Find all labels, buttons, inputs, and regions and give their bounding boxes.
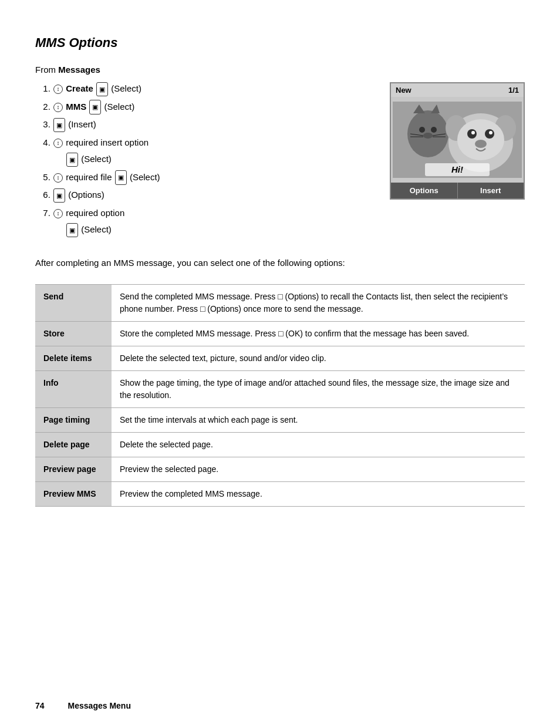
page-number: 74	[35, 701, 45, 710]
screen-options-btn: Options	[391, 183, 458, 198]
step-4-sub: ▣ (Select)	[66, 151, 372, 168]
table-cell-label: Store	[35, 321, 112, 346]
table-cell-desc: Show the page timing, the type of image …	[112, 370, 525, 407]
from-bold: Messages	[58, 65, 100, 75]
description-para: After completing an MMS message, you can…	[35, 256, 525, 270]
content-area: From Messages ↕ Create ▣ (Select) ↕ MMS …	[35, 65, 525, 240]
table-cell-label: Preview MMS	[35, 481, 112, 506]
nav-icon-1: ↕	[53, 85, 63, 94]
footer-section-label: Messages Menu	[68, 701, 131, 710]
table-cell-desc: Preview the completed MMS message.	[112, 481, 525, 506]
svg-point-17	[471, 131, 475, 134]
table-cell-desc: Send the completed MMS message. Press □ …	[112, 284, 525, 321]
step-5: ↕ required file ▣ (Select)	[53, 169, 372, 186]
screen-top-right: 1/1	[508, 86, 519, 95]
page-title: MMS Options	[35, 35, 525, 50]
svg-text:Hi!: Hi!	[451, 164, 463, 174]
table-row: Delete pageDelete the selected page.	[35, 432, 525, 457]
table-cell-desc: Set the time intervals at which each pag…	[112, 407, 525, 432]
select-btn-1: ▣	[96, 82, 108, 97]
svg-point-6	[423, 133, 433, 139]
table-cell-desc: Store the completed MMS message. Press □…	[112, 321, 525, 346]
table-row: Delete itemsDelete the selected text, pi…	[35, 346, 525, 370]
table-cell-label: Preview page	[35, 457, 112, 481]
screen-bottom-bar: Options Insert	[391, 183, 524, 198]
nav-icon-5: ↕	[53, 173, 63, 183]
step-1: ↕ Create ▣ (Select)	[53, 80, 372, 97]
table-row: StoreStore the completed MMS message. Pr…	[35, 321, 525, 346]
step-7: ↕ required option ▣ (Select)	[53, 205, 372, 238]
table-row: InfoShow the page timing, the type of im…	[35, 370, 525, 407]
table-cell-label: Page timing	[35, 407, 112, 432]
step-2-mms: MMS	[66, 102, 86, 112]
screen-insert-btn: Insert	[458, 183, 524, 198]
select-btn-2: ▣	[89, 100, 101, 114]
select-btn-4: ▣	[66, 153, 78, 167]
step-6: ▣ (Options)	[53, 187, 372, 204]
screen-top-left: New	[396, 86, 411, 95]
phone-screen: New 1/1	[390, 82, 525, 200]
instructions: From Messages ↕ Create ▣ (Select) ↕ MMS …	[35, 65, 372, 240]
options-btn: ▣	[53, 188, 65, 203]
table-row: Preview pagePreview the selected page.	[35, 457, 525, 481]
step-3: ▣ (Insert)	[53, 116, 372, 133]
table-cell-desc: Delete the selected text, picture, sound…	[112, 346, 525, 370]
step-2: ↕ MMS ▣ (Select)	[53, 99, 372, 116]
table-row: Page timingSet the time intervals at whi…	[35, 407, 525, 432]
table-row: SendSend the completed MMS message. Pres…	[35, 284, 525, 321]
animals-image: Hi!	[393, 102, 522, 178]
footer: 74 Messages Menu	[35, 701, 525, 710]
step-4: ↕ required insert option ▣ (Select)	[53, 134, 372, 168]
page: MMS Options From Messages ↕ Create ▣ (Se…	[0, 0, 560, 542]
options-table: SendSend the completed MMS message. Pres…	[35, 284, 525, 507]
table-cell-desc: Delete the selected page.	[112, 432, 525, 457]
table-cell-label: Delete items	[35, 346, 112, 370]
table-cell-label: Send	[35, 284, 112, 321]
select-btn-7: ▣	[66, 223, 78, 238]
select-btn-5: ▣	[115, 170, 127, 185]
table-cell-desc: Preview the selected page.	[112, 457, 525, 481]
table-row: Preview MMSPreview the completed MMS mes…	[35, 481, 525, 506]
from-line: From Messages	[35, 65, 372, 75]
table-cell-label: Info	[35, 370, 112, 407]
steps-list: ↕ Create ▣ (Select) ↕ MMS ▣ (Select) ▣ (…	[53, 80, 372, 238]
nav-icon-4: ↕	[53, 139, 63, 148]
nav-icon-2: ↕	[53, 103, 63, 112]
step-1-create: Create	[66, 83, 93, 93]
svg-point-5	[431, 127, 437, 133]
phone-screenshot: New 1/1	[390, 82, 525, 240]
nav-icon-7: ↕	[53, 209, 63, 218]
svg-point-18	[489, 131, 492, 134]
screen-top-bar: New 1/1	[391, 83, 524, 97]
svg-point-19	[475, 140, 487, 148]
insert-btn: ▣	[53, 118, 65, 133]
table-cell-label: Delete page	[35, 432, 112, 457]
svg-point-4	[419, 127, 425, 133]
step-7-sub: ▣ (Select)	[66, 221, 372, 238]
screen-image-area: Hi!	[391, 97, 524, 183]
